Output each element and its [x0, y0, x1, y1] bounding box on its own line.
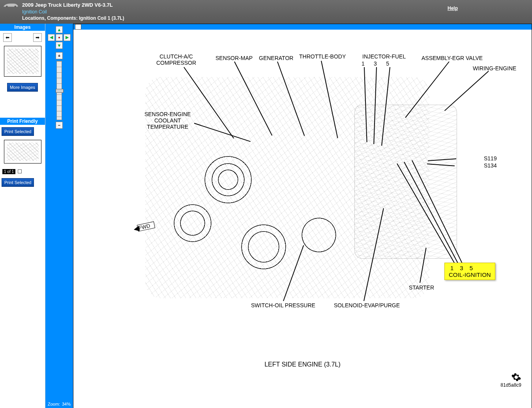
viewer-topbar	[73, 24, 532, 30]
callout-egr: ASSEMBLY-EGR VALVE	[421, 55, 483, 61]
zoom-panel: ▲ ◀ ● ▶ ▼ + − Zoom: 34%	[45, 24, 73, 408]
callout-wiring: WIRING-ENGINE	[473, 65, 516, 71]
callout-starter: STARTER	[409, 284, 434, 291]
leader	[444, 71, 489, 111]
highlight-label: COIL-IGNITION	[449, 271, 491, 278]
image-thumbnail[interactable]	[4, 46, 41, 77]
diagram-viewer[interactable]: FWD CLUTCH-A/C COMPRESSOR SENSOR-MAP GEN…	[73, 24, 532, 408]
diagram-canvas: FWD CLUTCH-A/C COMPRESSOR SENSOR-MAP GEN…	[78, 30, 527, 404]
pan-left-button[interactable]: ◀	[48, 34, 55, 41]
print-selected-button-top[interactable]: Print Selected	[2, 127, 34, 136]
pan-center-button[interactable]: ●	[56, 34, 63, 41]
svg-point-1	[15, 6, 16, 7]
callout-oil-switch: SWITCH-OIL PRESSURE	[251, 302, 315, 308]
pan-down-button[interactable]: ▼	[56, 42, 63, 49]
zoom-slider-thumb[interactable]	[56, 89, 64, 93]
callout-generator: GENERATOR	[259, 55, 293, 61]
print-section-header: Print Friendly	[0, 118, 45, 125]
images-section-header: Images	[0, 24, 45, 31]
diagram-subtitle: LEFT SIDE ENGINE (3.7L)	[78, 361, 527, 368]
pan-up-button[interactable]: ▲	[56, 26, 63, 33]
app-header: 2009 Jeep Truck Liberty 2WD V6-3.7L Igni…	[0, 0, 532, 24]
callout-s119: S119	[484, 155, 497, 162]
component-title: Ignition Coil	[22, 9, 124, 15]
callout-injector-nums: 1 3 5	[362, 60, 389, 67]
print-thumbnail[interactable]	[4, 140, 41, 164]
diagram-id: 81d5a8c9	[500, 382, 521, 388]
callout-clutch: CLUTCH-A/C COMPRESSOR	[156, 53, 196, 66]
help-link[interactable]: Help	[448, 6, 458, 21]
callout-sensor-map: SENSOR-MAP	[215, 55, 253, 61]
page-indicator: 1 of 1	[2, 169, 43, 174]
sidebar: Images ⬅ ➡ More Images Print Friendly Pr…	[0, 24, 45, 408]
zoom-in-button[interactable]: +	[56, 52, 63, 59]
callout-ect: SENSOR-ENGINE COOLANT TEMPERATURE	[144, 111, 191, 130]
breadcrumb: Locations, Components: Ignition Coil 1 (…	[22, 15, 124, 21]
vehicle-icon	[3, 2, 19, 8]
document-icon[interactable]	[75, 24, 81, 30]
svg-point-0	[6, 6, 7, 7]
callout-s134: S134	[484, 162, 497, 169]
zoom-label: Zoom:	[48, 402, 60, 406]
pan-right-button[interactable]: ▶	[64, 34, 71, 41]
callout-evap: SOLENOID-EVAP/PURGE	[334, 302, 400, 308]
next-image-button[interactable]: ➡	[33, 33, 42, 42]
highlight-numbers: 135	[449, 265, 491, 271]
engine-illustration-right	[354, 105, 457, 259]
page-checkbox[interactable]	[18, 169, 22, 173]
callout-injector: INJECTOR-FUEL	[362, 53, 406, 60]
more-images-button[interactable]: More Images	[7, 83, 38, 92]
vehicle-title: 2009 Jeep Truck Liberty 2WD V6-3.7L	[22, 2, 124, 9]
zoom-out-button[interactable]: −	[56, 122, 63, 129]
print-selected-button-bottom[interactable]: Print Selected	[2, 178, 34, 187]
prev-image-button[interactable]: ⬅	[3, 33, 12, 42]
coil-ignition-highlight: 135 COIL-IGNITION	[444, 263, 495, 280]
diagram-footer: 81d5a8c9	[500, 372, 521, 388]
gear-icon	[511, 372, 521, 382]
zoom-value: 34%	[62, 402, 71, 406]
callout-throttle: THROTTLE-BODY	[299, 53, 346, 60]
zoom-slider[interactable]	[56, 61, 62, 120]
